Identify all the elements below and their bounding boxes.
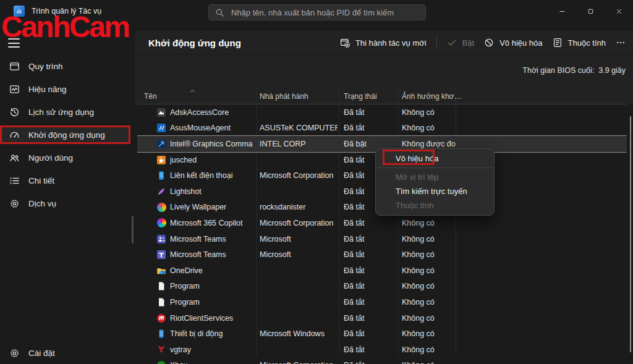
table-row[interactable]: XboxMicrosoft CorporationĐã tắtKhông có [137, 358, 627, 364]
search-box[interactable] [208, 4, 426, 20]
table-row[interactable]: OneDriveĐã tắtKhông có [137, 263, 627, 279]
sidebar-item-settings[interactable]: Cài đặt [1, 344, 130, 362]
sidebar-item-app-history[interactable]: Lịch sử ứng dụng [1, 103, 130, 121]
table-row[interactable]: ProgramĐã tắtKhông có [137, 294, 627, 310]
sidebar-item-users[interactable]: Người dùng [1, 148, 130, 167]
bios-time-label: Thời gian BIOS cuối: [522, 66, 594, 75]
context-menu-item[interactable]: Mở vị trí tệp [376, 170, 494, 184]
table-row[interactable]: RiotClientServicesĐã tắtKhông có [137, 310, 627, 326]
page-header: Khởi động ứng dụng Thi hành tác vụ mớiBậ… [135, 31, 633, 55]
context-menu-item[interactable]: Thuộc tính [376, 198, 494, 213]
row-impact: Không có [402, 282, 464, 290]
column-header-3[interactable]: Ảnh hưởng khơ… [402, 92, 462, 101]
row-name: vgtray [170, 345, 253, 354]
column-header-2[interactable]: Trạng thái [344, 92, 377, 101]
row-status: Đã tắt [344, 108, 397, 117]
sidebar-item-label: Chi tiết [28, 176, 54, 185]
toolbar: Thi hành tác vụ mớiBậtVô hiệu hóaThuộc t… [340, 31, 626, 54]
app-history-icon [9, 107, 20, 117]
sidebar-item-label: Quy trình [28, 62, 63, 71]
bios-time: Thời gian BIOS cuối: 3.9 giây [522, 66, 626, 75]
row-publisher: Microsoft Windows [260, 329, 338, 338]
row-status: Đã tắt [344, 124, 397, 132]
sidebar-nav: Quy trìnhHiệu năngLịch sử ứng dụngKhởi đ… [0, 57, 135, 213]
settings-gear-icon [9, 348, 20, 358]
sidebar-item-startup-apps[interactable]: Khởi động ứng dụng [1, 125, 130, 144]
run-new-task-icon [340, 38, 350, 48]
riot-client-icon [156, 313, 166, 323]
row-impact: Không có [402, 345, 464, 354]
sidebar-item-processes[interactable]: Quy trình [1, 57, 130, 75]
table-row[interactable]: Thiết bị di độngMicrosoft WindowsĐã tắtK… [137, 326, 627, 342]
lively-wallpaper-icon [156, 202, 166, 212]
table-row[interactable]: AdskAccessCoreĐã tắtKhông có [137, 104, 627, 121]
table-row[interactable]: Microsoft TeamsMicrosoftĐã tắtKhông có [137, 247, 627, 263]
check-icon [447, 38, 457, 48]
row-name: Microsoft 365 Copilot [170, 219, 253, 227]
row-name: Liên kết điện thoại [170, 171, 253, 180]
more-icon [616, 38, 626, 48]
details-icon [9, 176, 20, 186]
close-button[interactable] [605, 0, 633, 22]
services-icon [9, 198, 20, 209]
sidebar-item-services[interactable]: Dịch vụ [1, 194, 130, 213]
program-file-icon [156, 281, 166, 291]
row-impact: Không có [402, 361, 464, 364]
minimize-icon [558, 7, 566, 15]
row-impact: Không có [402, 314, 464, 323]
disable-button[interactable]: Vô hiệu hóa [484, 38, 542, 48]
xbox-icon [156, 360, 166, 364]
column-header-1[interactable]: Nhà phát hành [260, 92, 308, 101]
sidebar-item-details[interactable]: Chi tiết [1, 171, 130, 190]
row-name: Microsoft Teams [170, 250, 253, 259]
toolbar-button-label: Vô hiệu hóa [499, 38, 542, 48]
phone-link-icon [156, 171, 166, 180]
page-title: Khởi động ứng dụng [148, 38, 241, 48]
context-menu: Vô hiệu hóaMở vị trí tệpTìm kiếm trực tu… [375, 148, 495, 216]
table-row[interactable]: vgtrayĐã tắtKhông có [137, 342, 627, 358]
row-name: Thiết bị di động [170, 329, 253, 338]
run-new-task-button[interactable]: Thi hành tác vụ mới [340, 38, 427, 48]
program-file-icon [156, 297, 166, 307]
row-status: Đã tắt [344, 266, 397, 275]
row-name: Microsoft Teams [170, 235, 253, 243]
row-impact: Không có [402, 235, 464, 243]
row-status: Đã tắt [344, 361, 397, 364]
table-header: TênNhà phát hànhTrạng tháiẢnh hưởng khơ… [137, 87, 627, 104]
table-row[interactable]: Microsoft 365 CopilotMicrosoft Corporati… [137, 215, 627, 231]
properties-button[interactable]: Thuộc tính [553, 38, 606, 48]
sidebar-item-label: Người dùng [28, 153, 73, 163]
performance-icon [9, 84, 20, 95]
row-publisher: INTEL CORP [260, 140, 338, 148]
sidebar-item-label: Cài đặt [28, 349, 55, 358]
context-menu-item[interactable]: Vô hiệu hóa [376, 151, 494, 166]
more-button[interactable] [616, 38, 626, 48]
sidebar-item-label: Hiệu năng [28, 85, 67, 94]
row-name: Program [170, 282, 253, 290]
table-row[interactable]: Microsoft TeamsMicrosoftĐã tắtKhông có [137, 231, 627, 247]
context-menu-item-label: Mở vị trí tệp [396, 172, 438, 182]
enable-button[interactable]: Bật [447, 38, 475, 48]
minimize-button[interactable] [548, 0, 576, 22]
maximize-button[interactable] [576, 0, 605, 22]
maximize-icon [587, 7, 595, 15]
startup-icon [9, 130, 20, 140]
column-header-0[interactable]: Tên [144, 92, 157, 101]
search-input[interactable] [230, 7, 419, 18]
close-icon [615, 7, 623, 15]
row-name: AsusMouseAgent [170, 124, 253, 132]
context-menu-item[interactable]: Tìm kiếm trực tuyến [376, 184, 494, 198]
sidebar-item-performance[interactable]: Hiệu năng [1, 80, 130, 98]
sidebar-scrollbar-thumb[interactable] [132, 216, 134, 243]
context-menu-item-label: Vô hiệu hóa [396, 154, 438, 163]
row-name: OneDrive [170, 266, 253, 275]
row-status: Đã tắt [344, 345, 397, 354]
row-impact: Không có [402, 250, 464, 259]
table-scrollbar[interactable] [630, 116, 631, 352]
table-row[interactable]: AsusMouseAgentASUSTeK COMPUTER INC.Đã tắ… [137, 121, 627, 137]
row-publisher: Microsoft Corporation [260, 171, 338, 180]
startup-apps-table: TênNhà phát hànhTrạng tháiẢnh hưởng khơ…… [137, 87, 627, 364]
row-publisher: Microsoft [260, 250, 338, 259]
table-row[interactable]: ProgramĐã tắtKhông có [137, 279, 627, 295]
search-icon [215, 8, 224, 17]
